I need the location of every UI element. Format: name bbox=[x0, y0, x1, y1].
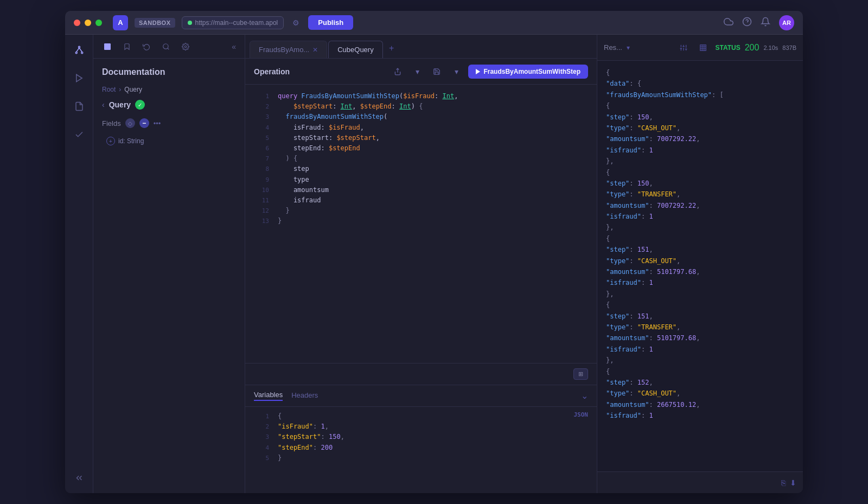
save-icon[interactable] bbox=[429, 64, 444, 79]
field-name: id: String bbox=[118, 137, 144, 145]
response-line: "type": "CASH_OUT", bbox=[606, 123, 794, 133]
variables-panel: Variables Headers ⌄ JSON 1 { 2 "isF bbox=[245, 385, 597, 493]
response-line: { bbox=[606, 366, 794, 377]
svg-line-6 bbox=[79, 48, 82, 52]
fields-label: Fields bbox=[102, 119, 121, 127]
search-icon[interactable] bbox=[158, 39, 174, 54]
sidebar-icon-check[interactable] bbox=[71, 126, 88, 143]
panel-collapse-icon[interactable]: « bbox=[229, 40, 238, 53]
variables-collapse-icon[interactable]: ⌄ bbox=[581, 391, 588, 401]
field-add-icon[interactable]: + bbox=[106, 137, 115, 145]
code-line-8: 8 step bbox=[245, 164, 597, 174]
settings-icon[interactable]: ⚙ bbox=[290, 16, 302, 29]
url-bar[interactable]: https://main--cube-team.apol bbox=[182, 16, 284, 29]
response-line: "type": "TRANSFER", bbox=[606, 322, 794, 333]
run-button[interactable]: FraudsByAmountSumWithStep bbox=[468, 65, 588, 79]
connection-status-dot bbox=[188, 21, 192, 25]
notifications-icon[interactable] bbox=[761, 17, 770, 29]
variables-editor[interactable]: 1 { 2 "isFraud": 1, 3 "stepStart": 150, bbox=[245, 407, 597, 468]
code-line-4: 4 isFraud: $isFraud, bbox=[245, 123, 597, 133]
sidebar-icon-docs[interactable] bbox=[71, 98, 88, 115]
left-panel: « Documentation Root › Query ‹ Query ✓ F… bbox=[93, 35, 245, 493]
fields-header: Fields ◇ − ••• bbox=[102, 118, 236, 128]
response-line: "step": 151, bbox=[606, 244, 794, 255]
code-line-13: 13 } bbox=[245, 216, 597, 226]
tab-frauds[interactable]: FraudsByAmo... ✕ bbox=[250, 41, 327, 58]
fields-more-icon[interactable]: ••• bbox=[154, 119, 161, 127]
var-line-1: 1 { bbox=[245, 411, 597, 422]
publish-button[interactable]: Publish bbox=[308, 15, 353, 30]
query-header: ‹ Query ✓ bbox=[102, 100, 236, 110]
breadcrumb-root[interactable]: Root bbox=[102, 86, 116, 93]
sidebar-icon-graph[interactable] bbox=[71, 41, 88, 59]
response-body[interactable]: { "data": { "fraudsByAmountSumWithStep":… bbox=[597, 61, 803, 471]
response-line: "amountsum": 7007292.22, bbox=[606, 133, 794, 144]
svg-point-9 bbox=[163, 43, 168, 48]
response-line: "type": "CASH_OUT", bbox=[606, 388, 794, 399]
code-line-5: 5 stepStart: $stepStart, bbox=[245, 133, 597, 143]
doc-icon[interactable] bbox=[100, 39, 115, 54]
tab-add-button[interactable]: + bbox=[384, 41, 399, 56]
avatar[interactable]: AR bbox=[779, 15, 794, 30]
variables-tab[interactable]: Variables bbox=[254, 391, 283, 401]
fields-minus-button[interactable]: − bbox=[139, 118, 149, 128]
cloud-icon[interactable] bbox=[724, 17, 733, 29]
response-line: "step": 151, bbox=[606, 311, 794, 322]
response-size: 837B bbox=[782, 44, 796, 51]
var-line-3: 3 "stepStart": 150, bbox=[245, 432, 597, 442]
minimize-traffic-light[interactable] bbox=[85, 20, 91, 26]
settings-panel-icon[interactable] bbox=[178, 39, 193, 54]
code-line-6: 6 stepEnd: $stepEnd bbox=[245, 143, 597, 154]
code-line-1: 1 query FraudsByAmountSumWithStep($isFra… bbox=[245, 91, 597, 101]
response-line: "isfraud": 1 bbox=[606, 145, 794, 156]
close-traffic-light[interactable] bbox=[74, 20, 80, 26]
history-icon[interactable] bbox=[139, 39, 154, 54]
response-line: { bbox=[606, 167, 794, 178]
code-line-10: 10 amountsum bbox=[245, 185, 597, 195]
response-line: "isfraud": 1 bbox=[606, 211, 794, 222]
chevron-down-op-icon[interactable]: ▾ bbox=[410, 64, 425, 79]
response-chevron-icon[interactable]: ▾ bbox=[627, 44, 630, 52]
titlebar: A SANDBOX https://main--cube-team.apol ⚙… bbox=[65, 11, 803, 35]
save-chevron-icon[interactable]: ▾ bbox=[449, 64, 464, 79]
breadcrumb-separator: › bbox=[119, 86, 121, 93]
breadcrumb-current: Query bbox=[124, 86, 142, 93]
bookmark-icon[interactable] bbox=[119, 39, 135, 54]
response-time: 2.10s bbox=[763, 44, 778, 51]
svg-point-4 bbox=[81, 52, 82, 54]
headers-tab[interactable]: Headers bbox=[291, 391, 318, 400]
response-line: "step": 150, bbox=[606, 178, 794, 189]
response-copy-bar: ⎘ ⬇ bbox=[597, 471, 803, 493]
svg-line-5 bbox=[76, 48, 79, 52]
filter-icon[interactable] bbox=[676, 40, 691, 55]
share-icon[interactable] bbox=[390, 64, 405, 79]
response-line: "amountsum": 2667510.12, bbox=[606, 399, 794, 410]
response-line: "type": "CASH_OUT", bbox=[606, 256, 794, 266]
operation-label: Operation bbox=[254, 67, 290, 76]
response-line: }, bbox=[606, 289, 794, 299]
sidebar-icon-collapse[interactable] bbox=[71, 469, 88, 487]
response-line: "isfraud": 1 bbox=[606, 277, 794, 288]
table-icon[interactable] bbox=[695, 40, 711, 55]
help-icon[interactable] bbox=[742, 17, 752, 29]
code-editor[interactable]: 1 query FraudsByAmountSumWithStep($isFra… bbox=[245, 85, 597, 363]
response-line: }, bbox=[606, 355, 794, 366]
sidebar-icon-play[interactable] bbox=[71, 69, 88, 87]
svg-line-10 bbox=[168, 48, 169, 49]
tab-cube[interactable]: CubeQuery bbox=[328, 41, 382, 58]
back-button[interactable]: ‹ bbox=[102, 100, 105, 109]
breadcrumb: Root › Query bbox=[102, 86, 236, 93]
maximize-traffic-light[interactable] bbox=[95, 20, 102, 26]
tab-frauds-close[interactable]: ✕ bbox=[312, 46, 318, 54]
copy-icon[interactable]: ⎘ bbox=[781, 479, 786, 487]
response-line: "type": "TRANSFER", bbox=[606, 189, 794, 200]
response-line: "data": { bbox=[606, 78, 794, 89]
encode-button[interactable]: ⊞ bbox=[573, 368, 588, 380]
response-line: "step": 152, bbox=[606, 377, 794, 388]
download-icon[interactable]: ⬇ bbox=[790, 479, 796, 487]
left-panel-toolbar: « bbox=[93, 35, 245, 59]
field-item: + id: String bbox=[102, 135, 236, 148]
editor-area: FraudsByAmo... ✕ CubeQuery + Operation ▾ bbox=[245, 35, 597, 493]
code-line-9: 9 type bbox=[245, 175, 597, 185]
response-line: "isfraud": 1 bbox=[606, 344, 794, 355]
